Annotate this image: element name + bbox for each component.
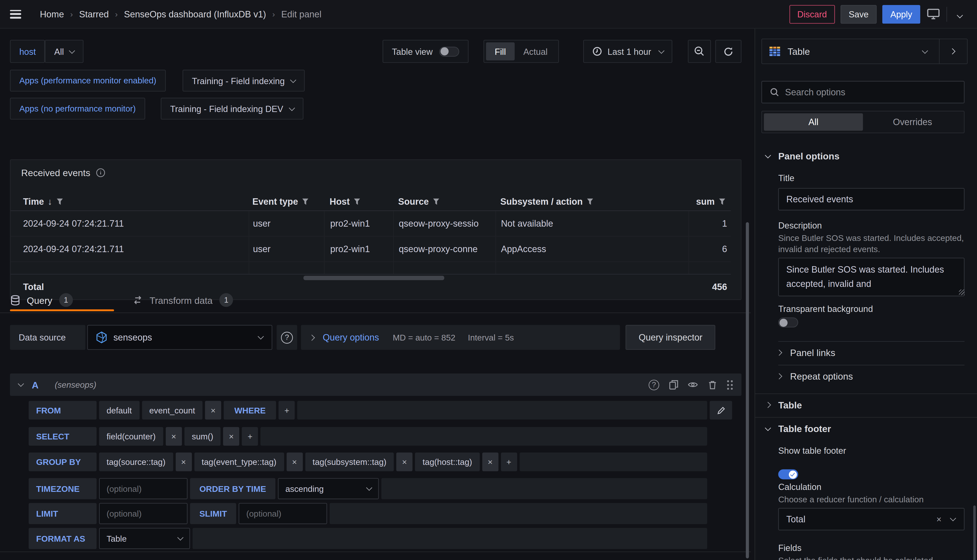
discard-button[interactable]: Discard <box>789 5 835 23</box>
monitor-icon[interactable] <box>926 9 941 19</box>
panel-links-section[interactable]: Panel links <box>777 347 835 358</box>
variable-host-value[interactable]: All <box>45 40 83 63</box>
timezone-input[interactable]: (optional) <box>99 478 187 499</box>
main-scrollbar[interactable] <box>746 222 749 558</box>
tab-overrides[interactable]: Overrides <box>863 113 962 131</box>
add-condition-button[interactable]: + <box>279 401 295 419</box>
filter-icon[interactable] <box>353 198 361 205</box>
datasource-help-button[interactable]: ? <box>277 325 297 350</box>
select-aggregation[interactable]: sum() <box>184 427 221 446</box>
title-input[interactable]: Received events <box>778 188 965 210</box>
collapse-pane-icon[interactable] <box>949 48 955 55</box>
add-groupby-button[interactable]: + <box>501 453 517 471</box>
refresh-button[interactable] <box>715 40 741 63</box>
drag-handle-icon[interactable] <box>726 380 733 390</box>
remove-icon[interactable]: × <box>286 453 303 471</box>
query-help-icon[interactable]: ? <box>649 379 659 390</box>
fill-option[interactable]: Fill <box>486 42 515 60</box>
groupby-keyword[interactable]: GROUP BY <box>28 453 97 471</box>
description-textarea[interactable]: Since Butler SOS was started. Includes a… <box>778 258 965 296</box>
transform-count-badge: 1 <box>219 293 233 307</box>
remove-icon[interactable]: × <box>166 427 182 446</box>
column-header-source[interactable]: Source <box>393 192 495 210</box>
remove-icon[interactable]: × <box>205 401 221 419</box>
grafana-edit-panel-window: Home › Starred › SenseOps dashboard (Inf… <box>0 0 977 560</box>
groupby-tag[interactable]: tag(host::tag) <box>415 453 479 471</box>
save-button[interactable]: Save <box>841 5 877 23</box>
breadcrumb-dashboard[interactable]: SenseOps dashboard (InfluxDB v1) <box>124 9 266 19</box>
filter-icon[interactable] <box>586 198 594 205</box>
remove-icon[interactable]: × <box>223 427 239 446</box>
repeat-options-section[interactable]: Repeat options <box>777 371 853 382</box>
from-policy[interactable]: default <box>99 401 139 419</box>
actual-option[interactable]: Actual <box>515 42 556 60</box>
remove-icon[interactable]: × <box>175 453 192 471</box>
divider <box>0 312 751 313</box>
time-range-picker[interactable]: Last 1 hour <box>583 40 673 63</box>
panel-options-section-header[interactable]: Panel options <box>766 151 839 161</box>
show-table-footer-toggle[interactable] <box>778 470 798 480</box>
delete-query-trash-icon[interactable] <box>707 380 717 390</box>
options-scrollbar[interactable] <box>973 505 975 560</box>
groupby-tag[interactable]: tag(event_type::tag) <box>194 453 284 471</box>
chevron-down-icon[interactable] <box>950 515 956 522</box>
table-section-header[interactable]: Table <box>766 400 802 410</box>
transparent-background-toggle[interactable] <box>778 317 798 327</box>
table-view-toggle[interactable] <box>440 47 460 57</box>
query-options-link[interactable]: Query options <box>323 332 379 342</box>
remove-icon[interactable]: × <box>396 453 413 471</box>
column-header-subsystem[interactable]: Subsystem / action <box>495 192 689 210</box>
select-field[interactable]: field(counter) <box>99 427 163 446</box>
query-inspector-button[interactable]: Query inspector <box>626 325 716 350</box>
column-header-sum[interactable]: sum <box>688 192 731 210</box>
column-header-time[interactable]: Time ↓ <box>10 192 249 210</box>
row-filler <box>330 503 707 524</box>
groupby-tag[interactable]: tag(subsystem::tag) <box>305 453 394 471</box>
variable-apps-noperf-value[interactable]: Training - Field indexing DEV <box>161 98 303 119</box>
column-header-host[interactable]: Host <box>324 192 393 210</box>
select-keyword[interactable]: SELECT <box>28 427 97 446</box>
tab-transform-data[interactable]: Transform data 1 <box>133 289 233 311</box>
filter-icon[interactable] <box>432 198 440 205</box>
calculation-label: Calculation <box>778 482 821 492</box>
slimit-input[interactable]: (optional) <box>239 503 327 524</box>
info-icon[interactable] <box>96 168 106 178</box>
breadcrumb-starred[interactable]: Starred <box>79 9 109 19</box>
calculation-select[interactable]: Total × <box>778 508 965 530</box>
clear-icon[interactable]: × <box>937 514 942 524</box>
breadcrumb-home[interactable]: Home <box>40 9 64 19</box>
limit-input[interactable]: (optional) <box>99 503 187 524</box>
edit-raw-query-button[interactable] <box>709 401 732 419</box>
table-row[interactable]: 2024-09-24 07:24:21.711 user pro2-win1 q… <box>10 237 731 262</box>
variable-apps-perf-value[interactable]: Training - Field indexing <box>182 70 304 92</box>
disable-query-eye-icon[interactable] <box>688 380 698 390</box>
menu-icon[interactable] <box>10 10 21 18</box>
visualization-picker[interactable]: Table <box>761 38 968 64</box>
search-options-input[interactable]: Search options <box>761 81 965 103</box>
apply-button[interactable]: Apply <box>882 5 920 23</box>
table-footer-section-header[interactable]: Table footer <box>766 423 831 434</box>
column-header-event-type[interactable]: Event type <box>249 192 324 210</box>
zoom-out-button[interactable] <box>688 40 711 63</box>
datasource-picker[interactable]: senseops <box>87 325 273 350</box>
where-keyword[interactable]: WHERE <box>224 401 276 419</box>
format-as-select[interactable]: Table <box>99 528 190 549</box>
add-field-button[interactable]: + <box>242 427 258 446</box>
resize-handle[interactable] <box>959 290 965 295</box>
query-row-header[interactable]: A (senseops) ? <box>10 373 741 396</box>
groupby-tag[interactable]: tag(source::tag) <box>99 453 173 471</box>
chevron-down-icon[interactable] <box>953 9 967 19</box>
collapse-query-icon[interactable] <box>18 380 24 387</box>
table-row[interactable]: 2024-09-24 07:24:21.711 user pro2-win1 q… <box>10 211 731 237</box>
filter-icon[interactable] <box>56 198 64 205</box>
duplicate-query-icon[interactable] <box>669 380 679 390</box>
remove-icon[interactable]: × <box>482 453 498 471</box>
filter-icon[interactable] <box>718 198 726 205</box>
orderby-select[interactable]: ascending <box>278 478 379 499</box>
from-measurement[interactable]: event_count <box>142 401 202 419</box>
filter-icon[interactable] <box>302 198 309 205</box>
from-keyword[interactable]: FROM <box>28 401 97 419</box>
horizontal-scrollbar[interactable] <box>303 276 444 280</box>
tab-all[interactable]: All <box>764 113 863 131</box>
tab-query[interactable]: Query 1 <box>10 289 73 311</box>
